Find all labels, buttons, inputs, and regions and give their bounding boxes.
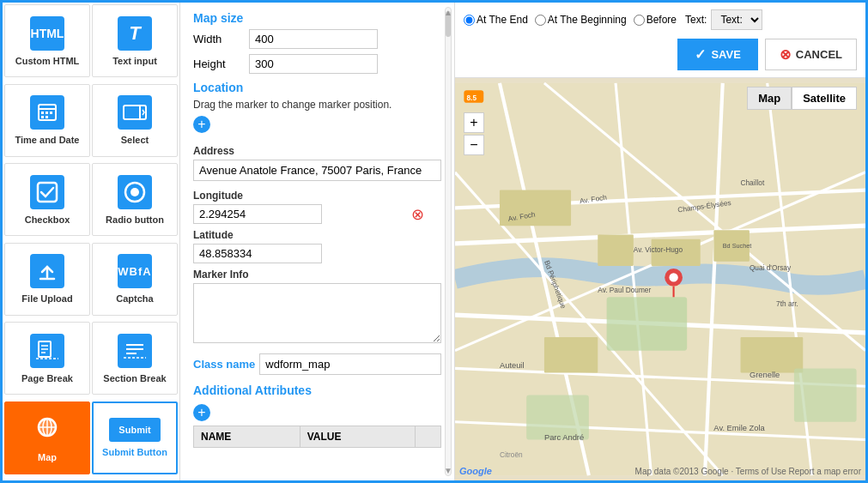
- map-view-button[interactable]: Map: [747, 87, 792, 110]
- map-view-controls: Map Satellite: [747, 87, 857, 110]
- svg-rect-7: [124, 106, 146, 119]
- sidebar-item-label: Checkbox: [25, 214, 70, 225]
- svg-rect-4: [50, 112, 52, 114]
- sidebar-item-label: Captcha: [116, 293, 153, 304]
- svg-point-11: [131, 188, 139, 196]
- sidebar-item-custom-html[interactable]: HTML Custom HTML: [4, 4, 90, 77]
- right-toolbar: At The End At The Beginning Before Text:…: [455, 3, 865, 78]
- time-date-icon: [30, 95, 64, 130]
- svg-rect-2: [41, 112, 44, 114]
- middle-panel: ▲ ▼ Map size Width Height Location Drag …: [180, 3, 455, 480]
- sidebar-item-time-date[interactable]: Time and Date: [4, 84, 90, 157]
- sidebar-item-label: Section Break: [103, 373, 166, 383]
- attributes-table: NAME VALUE: [193, 426, 441, 448]
- sidebar-item-page-break[interactable]: Page Break: [4, 322, 90, 395]
- satellite-view-button[interactable]: Satellite: [792, 87, 857, 110]
- svg-text:Av. Victor-Hugo: Av. Victor-Hugo: [634, 245, 683, 254]
- radio-at-end-input[interactable]: [464, 15, 475, 26]
- sidebar-item-captcha[interactable]: WBfA Captcha: [92, 243, 178, 316]
- toolbar-buttons: ✓ SAVE ⊗ CANCEL: [677, 39, 857, 70]
- svg-text:Grenelle: Grenelle: [750, 371, 780, 379]
- classname-label: Class name: [193, 358, 255, 371]
- map-container: Av. Foch Av. Foch Champs-Élysées Chaillo…: [455, 78, 865, 480]
- sidebar-item-label: Select: [121, 135, 149, 145]
- cancel-label: CANCEL: [796, 48, 842, 61]
- add-attribute-button[interactable]: +: [193, 404, 210, 421]
- sidebar-item-text-input[interactable]: T Text input: [92, 4, 178, 77]
- additional-attrs-title: Additional Attributes: [193, 383, 441, 397]
- svg-text:8.5: 8.5: [467, 94, 477, 102]
- section-break-icon: [118, 334, 152, 368]
- sidebar-item-file-upload[interactable]: File Upload: [4, 243, 90, 316]
- svg-text:7th arr.: 7th arr.: [776, 299, 798, 308]
- marker-info-label: Marker Info: [193, 269, 441, 281]
- width-input[interactable]: [249, 29, 378, 49]
- classname-input[interactable]: [259, 353, 441, 375]
- svg-rect-43: [544, 337, 598, 373]
- sidebar-item-label: Page Break: [21, 373, 73, 383]
- sidebar-item-checkbox[interactable]: Checkbox: [4, 163, 90, 236]
- longitude-label: Longitude: [193, 190, 441, 202]
- value-col-header: VALUE: [300, 426, 415, 448]
- radio-at-beginning[interactable]: At The Beginning: [535, 14, 627, 26]
- location-hint: Drag the marker to change marker positio…: [193, 99, 441, 111]
- select-icon: [118, 95, 152, 130]
- radio-before[interactable]: Before: [634, 14, 677, 26]
- sidebar-item-radio-button[interactable]: Radio button: [92, 163, 178, 236]
- svg-text:Bd Suchet: Bd Suchet: [723, 242, 752, 250]
- svg-text:Av. Emile Zola: Av. Emile Zola: [713, 424, 765, 432]
- text-select[interactable]: Text:: [711, 9, 762, 30]
- radio-before-input[interactable]: [634, 15, 645, 26]
- name-col-header: NAME: [194, 426, 300, 448]
- address-input[interactable]: [193, 160, 441, 181]
- save-checkmark-icon: ✓: [695, 46, 706, 63]
- sidebar-item-section-break[interactable]: Section Break: [92, 322, 178, 395]
- longitude-input[interactable]: [193, 204, 322, 224]
- radio-at-beginning-input[interactable]: [535, 15, 546, 26]
- file-upload-icon: [30, 254, 64, 288]
- text-label: Text:: [685, 14, 707, 26]
- svg-rect-5: [41, 116, 44, 118]
- radio-icon: [118, 175, 152, 209]
- add-location-button[interactable]: +: [193, 116, 210, 133]
- save-button[interactable]: ✓ SAVE: [677, 39, 757, 70]
- sidebar-item-label: Time and Date: [15, 135, 80, 145]
- sidebar-item-select[interactable]: Select: [92, 84, 178, 157]
- map-icon: [30, 413, 64, 447]
- google-label: Google: [459, 466, 492, 476]
- position-radio-group: At The End At The Beginning Before: [464, 14, 677, 26]
- width-row: Width: [193, 29, 441, 49]
- additional-attributes-section: Additional Attributes + NAME VALUE: [193, 383, 441, 448]
- height-input[interactable]: [249, 54, 378, 74]
- svg-text:Citroën: Citroën: [500, 450, 523, 459]
- radio-at-end[interactable]: At The End: [464, 14, 528, 26]
- svg-rect-44: [741, 337, 804, 373]
- latitude-input[interactable]: [193, 244, 322, 263]
- marker-info-textarea[interactable]: [193, 283, 441, 343]
- captcha-icon: WBfA: [118, 254, 152, 288]
- width-label: Width: [193, 33, 240, 45]
- save-label: SAVE: [711, 48, 740, 61]
- map-size-title: Map size: [193, 11, 441, 25]
- svg-text:Quai d'Orsay: Quai d'Orsay: [750, 263, 792, 272]
- sidebar-item-label: Submit Button: [102, 447, 167, 457]
- svg-text:Chaillot: Chaillot: [741, 178, 765, 187]
- zoom-in-button[interactable]: +: [464, 112, 484, 133]
- sidebar-item-map[interactable]: Map: [4, 401, 90, 474]
- google-text: Google: [459, 466, 492, 476]
- classname-row: Class name: [193, 353, 441, 375]
- cancel-button[interactable]: ⊗ CANCEL: [765, 39, 857, 70]
- location-title: Location: [193, 81, 441, 94]
- longitude-row: ⊗: [193, 204, 441, 224]
- sidebar-item-label: Text input: [112, 56, 157, 66]
- custom-html-icon: HTML: [30, 16, 64, 51]
- page-break-icon: [30, 334, 64, 368]
- delete-longitude-icon[interactable]: ⊗: [411, 205, 424, 224]
- sidebar-item-label: Radio button: [106, 214, 164, 225]
- text-select-wrap: Text: Text:: [685, 9, 762, 30]
- svg-rect-48: [794, 368, 857, 421]
- radio-at-end-label: At The End: [476, 14, 528, 26]
- zoom-out-button[interactable]: −: [464, 135, 484, 155]
- map-svg: Av. Foch Av. Foch Champs-Élysées Chaillo…: [455, 78, 865, 480]
- sidebar-item-submit-button[interactable]: Submit Submit Button: [92, 401, 178, 474]
